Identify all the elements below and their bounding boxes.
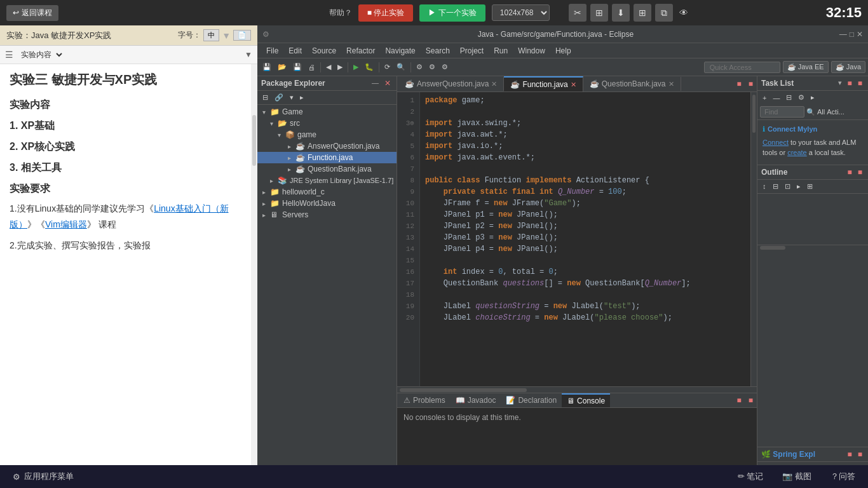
tree-answer-question[interactable]: ▸ ☕ AnswerQuestion.java xyxy=(257,140,397,152)
find-icon[interactable]: 🔍 xyxy=(806,108,815,116)
ol-more[interactable]: ▸ xyxy=(794,181,803,192)
left-scrollbar[interactable] xyxy=(251,64,257,488)
cut-icon[interactable]: ✂ xyxy=(569,4,587,22)
stop-button[interactable]: ■ 停止实验 xyxy=(358,4,414,22)
link-editor-btn[interactable]: 🔗 xyxy=(272,92,286,103)
menu-refactor[interactable]: Refactor xyxy=(341,45,380,57)
tab-problems[interactable]: ⚠ Problems xyxy=(398,394,451,407)
tl-settings[interactable]: ⚙ xyxy=(796,92,807,103)
minimize-btn[interactable]: — xyxy=(839,30,847,39)
font-size-btn[interactable]: 中 xyxy=(203,29,219,41)
editor-v-scrollbar[interactable] xyxy=(750,92,757,386)
code-editor[interactable]: 1 2 3⊕ 4 5 6 7 8 9 10 11 12 13 xyxy=(397,92,750,386)
tb-print[interactable]: 🖨 xyxy=(306,62,318,72)
tree-helloworldjava[interactable]: ▸ 📁 HelloWorldJava xyxy=(257,198,397,209)
tb-prev[interactable]: ◀ xyxy=(323,62,334,72)
panel-minimize-icon[interactable]: — xyxy=(370,78,381,88)
tb-debug[interactable]: 🐛 xyxy=(362,62,376,72)
panel-expand-btn[interactable]: ▸ xyxy=(297,92,306,103)
outline-close2[interactable]: ■ xyxy=(856,167,864,177)
eclipse-app-btn[interactable]: ⚙ 应用程序菜单 xyxy=(13,471,74,482)
menu-edit[interactable]: Edit xyxy=(283,45,307,57)
task-list-close[interactable]: ■ xyxy=(846,78,854,88)
tab-close-func[interactable]: ✕ xyxy=(571,81,576,89)
vim-link[interactable]: Vim编辑器 xyxy=(45,219,87,229)
menu-search[interactable]: Search xyxy=(421,45,455,57)
tab-console[interactable]: 🖥 Console xyxy=(562,393,610,407)
external-icon[interactable]: ⧉ xyxy=(655,4,673,22)
copy-icon[interactable]: ⊞ xyxy=(590,4,608,22)
tree-game-package[interactable]: ▾ 📦 game xyxy=(257,129,397,140)
create-link[interactable]: create xyxy=(787,149,807,156)
scroll-down-icon[interactable]: ▼ xyxy=(245,50,252,59)
tb-refactor[interactable]: ⟳ xyxy=(382,62,393,72)
tab-questionbank[interactable]: ☕ QuestionBank.java ✕ xyxy=(583,77,681,91)
tab-close-qb[interactable]: ✕ xyxy=(668,80,674,88)
tb-save[interactable]: 💾 xyxy=(290,62,304,72)
editor-close-all[interactable]: ■ xyxy=(735,78,744,90)
ol-filter[interactable]: ⊡ xyxy=(782,181,793,192)
note-btn[interactable]: ✏ 笔记 xyxy=(738,471,764,482)
tab-function[interactable]: ☕ Function.java ✕ xyxy=(504,76,583,92)
tree-src[interactable]: ▾ 📂 src xyxy=(257,118,397,129)
font-dropdown-icon[interactable]: ▼ xyxy=(222,30,231,41)
doc-icon[interactable]: 📄 xyxy=(233,30,251,41)
ol-hide[interactable]: ⊟ xyxy=(770,181,781,192)
tb-run[interactable]: ▶ xyxy=(351,62,361,72)
content-dropdown[interactable]: 实验内容 xyxy=(16,48,64,61)
tb-new[interactable]: 💾 xyxy=(260,62,274,72)
collapse-all-btn[interactable]: ⊟ xyxy=(260,92,271,103)
find-input[interactable] xyxy=(760,106,804,118)
tl-more[interactable]: ▸ xyxy=(808,92,817,103)
tb-open[interactable]: 📂 xyxy=(275,62,289,72)
outline-h-scroll[interactable] xyxy=(757,245,868,251)
panel-close-icon[interactable]: ✕ xyxy=(383,78,393,88)
connect-link[interactable]: Connect xyxy=(763,139,789,146)
tab-close-aq[interactable]: ✕ xyxy=(491,80,497,88)
tree-jre[interactable]: ▸ 📚 JRE System Library [JavaSE-1.7] xyxy=(257,175,397,186)
editor-minimize[interactable]: ■ xyxy=(746,78,756,90)
help-button[interactable]: 帮助？ xyxy=(329,8,352,18)
menu-help[interactable]: Help xyxy=(550,45,576,57)
close-btn[interactable]: ✕ xyxy=(857,30,863,39)
all-btn[interactable]: All xyxy=(817,108,825,116)
task-list-menu[interactable]: ▾ xyxy=(836,78,844,88)
panel-menu-btn[interactable]: ▾ xyxy=(287,92,296,103)
tree-game[interactable]: ▾ 📁 Game xyxy=(257,106,397,118)
download-icon[interactable]: ⬇ xyxy=(612,4,630,22)
menu-source[interactable]: Source xyxy=(307,45,341,57)
tb-search[interactable]: 🔍 xyxy=(394,62,408,72)
tb-more1[interactable]: ⚙ xyxy=(414,62,425,72)
menu-file[interactable]: File xyxy=(261,45,283,57)
linux-link[interactable]: Linux基础入门（新版） xyxy=(10,203,229,229)
tb-more2[interactable]: ⚙ xyxy=(426,62,438,72)
tl-remove[interactable]: — xyxy=(770,92,782,103)
spring-close[interactable]: ■ xyxy=(846,449,854,459)
tb-next[interactable]: ▶ xyxy=(335,62,345,72)
maximize-btn[interactable]: □ xyxy=(850,30,854,39)
screenshot-btn[interactable]: 📷 截图 xyxy=(782,471,811,482)
menu-window[interactable]: Window xyxy=(513,45,550,57)
outline-close[interactable]: ■ xyxy=(846,167,854,177)
ol-collapse[interactable]: ⊞ xyxy=(804,181,815,192)
tl-filter[interactable]: ⊟ xyxy=(783,92,794,103)
back-button[interactable]: 返回课程 xyxy=(6,5,58,21)
editor-h-scroll[interactable] xyxy=(397,386,757,393)
tree-questionbank[interactable]: ▸ ☕ QuestionBank.java xyxy=(257,163,397,175)
spring-close2[interactable]: ■ xyxy=(856,449,864,459)
menu-project[interactable]: Project xyxy=(455,45,489,57)
tab-javadoc[interactable]: 📖 Javadoc xyxy=(451,394,501,407)
tree-helloworld-c[interactable]: ▸ 📁 helloworld_c xyxy=(257,186,397,198)
menu-navigate[interactable]: Navigate xyxy=(380,45,420,57)
code-content[interactable]: package game; import javax.swing.*; impo… xyxy=(420,92,750,386)
menu-run[interactable]: Run xyxy=(489,45,513,57)
resolution-select[interactable]: 1024x768 1280x720 xyxy=(492,4,550,21)
quick-access-input[interactable] xyxy=(704,62,780,73)
tab-answer-question[interactable]: ☕ AnswerQuestion.java ✕ xyxy=(398,77,504,91)
acti-btn[interactable]: Acti... xyxy=(827,108,844,116)
perspective-java-ee[interactable]: ☕ Java EE xyxy=(783,61,829,73)
tab-declaration[interactable]: 📝 Declaration xyxy=(501,394,562,407)
fullscreen-icon[interactable]: ⊞ xyxy=(634,4,651,22)
next-button[interactable]: ▶ 下一个实验 xyxy=(419,4,485,22)
tree-function-java[interactable]: ▸ ☕ Function.java xyxy=(257,152,397,163)
